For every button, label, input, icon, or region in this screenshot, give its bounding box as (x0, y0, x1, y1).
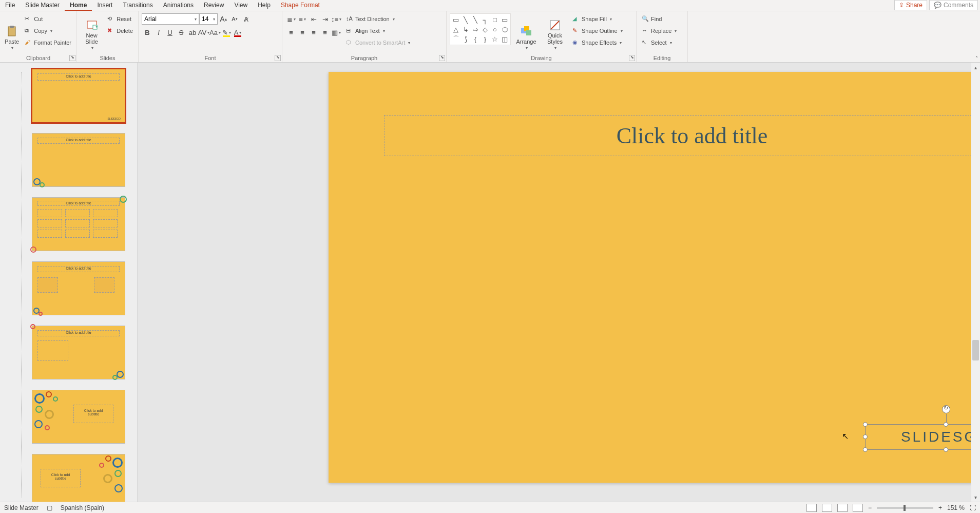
resize-handle-tl[interactable] (863, 422, 868, 427)
vertical-scrollbar[interactable]: ▴ ▾ (971, 63, 980, 502)
shape-outline-button[interactable]: ✎Shape Outline▾ (570, 25, 625, 36)
justify-button[interactable]: ≡ (319, 27, 331, 38)
clear-formatting-button[interactable]: A̷ (240, 13, 252, 25)
highlight-button[interactable]: ✎▾ (221, 27, 232, 38)
title-placeholder[interactable]: Click to add title (384, 115, 980, 156)
scroll-down-button[interactable]: ▾ (971, 492, 980, 502)
italic-button[interactable]: I (153, 27, 164, 38)
canvas[interactable]: Click to add title SLIDESGO ↖ ▴ ▾ (138, 63, 980, 502)
resize-handle-bl[interactable] (863, 447, 868, 452)
quick-styles-button[interactable]: Quick Styles▾ (542, 13, 568, 50)
drawing-launcher[interactable]: ⬊ (629, 55, 635, 61)
find-button[interactable]: 🔍Find (640, 13, 679, 25)
slideshow-view-button[interactable] (853, 504, 863, 512)
shape-line2-icon[interactable]: ╲ (471, 15, 480, 24)
shape-effects-button[interactable]: ◉Shape Effects▾ (570, 37, 625, 48)
shape-rect2-icon[interactable]: ▭ (500, 15, 509, 24)
change-case-button[interactable]: Aa▾ (209, 27, 221, 38)
reset-button[interactable]: ⟲Reset (105, 13, 135, 25)
tab-slide-master[interactable]: Slide Master (20, 0, 65, 11)
columns-button[interactable]: ▥▾ (331, 27, 342, 38)
shrink-font-button[interactable]: A▾ (229, 13, 240, 25)
normal-view-button[interactable] (806, 504, 817, 512)
thumbnail-3[interactable]: Click to add title (32, 197, 125, 251)
align-right-button[interactable]: ≡ (308, 27, 319, 38)
zoom-value[interactable]: 151 % (947, 504, 965, 511)
grow-font-button[interactable]: A▴ (218, 13, 229, 25)
shape-fill-button[interactable]: ◢Shape Fill▾ (570, 13, 625, 25)
tab-view[interactable]: View (229, 0, 253, 11)
shapes-gallery[interactable]: ▭╲╲┐□▭ △↳⇨◇○⬡ ⌒⟆{}☆◫ (450, 13, 511, 45)
thumbnail-4[interactable]: Click to add title (32, 261, 125, 315)
slide[interactable]: Click to add title SLIDESGO ↖ (329, 72, 980, 483)
font-selector[interactable]: Arial▾ (142, 13, 199, 25)
shadow-button[interactable]: ab (187, 27, 198, 38)
accessibility-icon[interactable]: ▢ (47, 504, 52, 511)
align-text-button[interactable]: ⊟Align Text▾ (344, 25, 412, 36)
reading-view-button[interactable] (837, 504, 848, 512)
clipboard-launcher[interactable]: ⬊ (69, 55, 75, 61)
thumbnail-6[interactable]: Click to add subtitle (32, 390, 125, 444)
comments-button[interactable]: 💬Comments (929, 0, 978, 10)
bullets-button[interactable]: ≣▾ (285, 13, 297, 25)
rotate-handle[interactable] (942, 405, 950, 413)
font-launcher[interactable]: ⬊ (275, 55, 281, 61)
align-left-button[interactable]: ≡ (285, 27, 297, 38)
font-size-selector[interactable]: 14▾ (199, 13, 218, 25)
cut-button[interactable]: ✂Cut (23, 13, 73, 25)
zoom-in-button[interactable]: + (938, 504, 942, 511)
shape-callout-icon[interactable]: ◫ (500, 34, 509, 44)
tab-animations[interactable]: Animations (158, 0, 199, 11)
sorter-view-button[interactable] (822, 504, 832, 512)
tab-review[interactable]: Review (199, 0, 229, 11)
shape-curve-icon[interactable]: ⌒ (451, 34, 460, 44)
thumbnail-2[interactable]: Click to add title (32, 133, 125, 187)
underline-button[interactable]: U (164, 27, 176, 38)
scroll-up-button[interactable]: ▴ (971, 63, 980, 72)
tab-insert[interactable]: Insert (92, 0, 118, 11)
resize-handle-tm[interactable] (944, 422, 948, 427)
decrease-indent-button[interactable]: ⇤ (308, 13, 319, 25)
shape-hexagon-icon[interactable]: ⬡ (500, 25, 509, 34)
convert-smartart-button[interactable]: ⬡Convert to SmartArt▾ (344, 37, 412, 48)
format-painter-button[interactable]: 🖌Format Painter (23, 37, 73, 48)
shape-triangle-icon[interactable]: △ (451, 25, 460, 34)
thumbnail-panel[interactable]: Click to add title SLIDESGO Click to add… (0, 63, 138, 502)
shape-star-icon[interactable]: ☆ (490, 34, 499, 44)
select-button[interactable]: ↖Select▾ (640, 37, 679, 48)
selected-text-box[interactable]: SLIDESGO (865, 424, 980, 450)
zoom-slider-thumb[interactable] (904, 505, 906, 511)
bold-button[interactable]: B (142, 27, 153, 38)
share-button[interactable]: ⇪Share (894, 0, 927, 10)
delete-button[interactable]: ✖Delete (105, 25, 135, 36)
font-color-button[interactable]: A▾ (232, 27, 243, 38)
vscroll-thumb[interactable] (972, 340, 979, 360)
tab-home[interactable]: Home (65, 0, 92, 11)
shape-oval-icon[interactable]: ○ (490, 25, 499, 34)
increase-indent-button[interactable]: ⇥ (319, 13, 331, 25)
zoom-out-button[interactable]: − (868, 504, 872, 511)
paste-button[interactable]: Paste ▾ (3, 13, 21, 50)
zoom-slider[interactable] (877, 507, 933, 509)
tab-file[interactable]: File (0, 0, 20, 11)
thumbnail-5[interactable]: Click to add title (32, 326, 125, 379)
status-language[interactable]: Spanish (Spain) (61, 504, 104, 511)
arrange-button[interactable]: Arrange▾ (513, 13, 540, 50)
shape-connector2-icon[interactable]: ↳ (461, 25, 470, 34)
shape-rect-icon[interactable]: ▭ (451, 15, 460, 24)
collapse-ribbon-button[interactable]: ˄ (975, 55, 978, 61)
replace-button[interactable]: ↔Replace▾ (640, 25, 679, 36)
shape-connector-icon[interactable]: ┐ (481, 15, 490, 24)
tab-help[interactable]: Help (253, 0, 276, 11)
shape-square-icon[interactable]: □ (490, 15, 499, 24)
align-center-button[interactable]: ≡ (297, 27, 308, 38)
numbering-button[interactable]: ≡▾ (297, 13, 308, 25)
paragraph-launcher[interactable]: ⬊ (439, 55, 445, 61)
tab-shape-format[interactable]: Shape Format (276, 0, 325, 11)
shape-brace-icon[interactable]: { (471, 34, 480, 44)
shape-diamond-icon[interactable]: ◇ (481, 25, 490, 34)
resize-handle-bm[interactable] (944, 447, 948, 452)
shape-arc-icon[interactable]: ⟆ (461, 34, 470, 44)
tab-transitions[interactable]: Transitions (118, 0, 158, 11)
character-spacing-button[interactable]: AV▾ (198, 27, 209, 38)
